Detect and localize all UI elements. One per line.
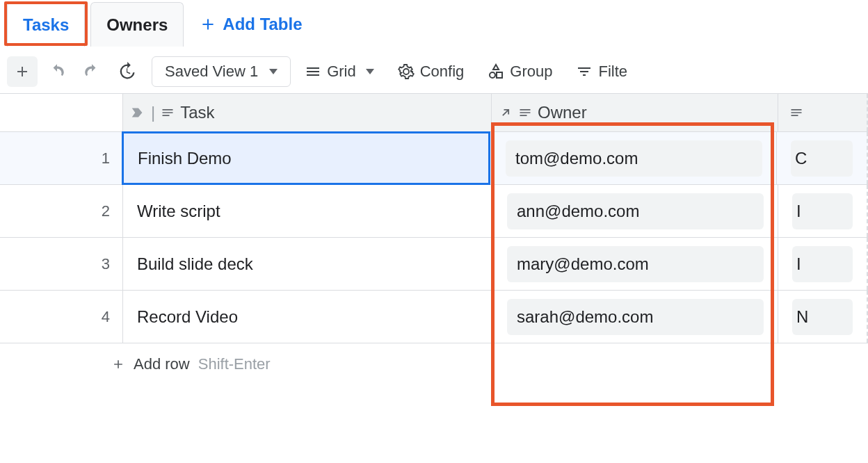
tab-label: Owners <box>106 15 168 35</box>
gear-icon <box>398 63 415 80</box>
grid-header: | Task Owner <box>0 93 868 132</box>
table-row: 2 Write script ann@demo.com I <box>0 185 868 238</box>
rownum-header <box>0 94 122 131</box>
add-button[interactable] <box>7 56 38 87</box>
plus-icon <box>111 357 125 371</box>
row-number: 3 <box>0 238 122 290</box>
column-label: Task <box>180 103 214 122</box>
add-table-button[interactable]: Add Table <box>199 15 302 34</box>
column-header-task[interactable]: | Task <box>122 94 491 131</box>
redo-icon <box>83 63 101 81</box>
config-button[interactable]: Config <box>388 56 474 87</box>
view-select[interactable]: Saved View 1 <box>152 56 291 87</box>
filter-icon <box>576 63 593 80</box>
cell-extra[interactable]: N <box>778 291 868 343</box>
column-label: Owner <box>538 103 587 122</box>
undo-icon <box>48 63 66 81</box>
shapes-icon <box>488 63 504 80</box>
row-number: 4 <box>0 291 122 343</box>
owner-chip[interactable]: ann@demo.com <box>507 193 764 229</box>
group-label: Group <box>510 63 552 81</box>
table-row: 1 Finish Demo tom@demo.com C <box>0 132 868 185</box>
view-type-button[interactable]: Grid <box>295 56 384 87</box>
chevron-down-icon <box>366 69 374 74</box>
grid: | Task Owner 1 Finish Demo tom@demo.com … <box>0 93 868 385</box>
cell-task[interactable]: Finish Demo <box>122 131 490 185</box>
filter-button[interactable]: Filte <box>566 56 637 87</box>
svg-point-0 <box>490 72 495 78</box>
filter-label: Filte <box>598 63 627 81</box>
cell-owner[interactable]: sarah@demo.com <box>491 291 778 343</box>
text-icon <box>161 106 175 120</box>
cell-owner[interactable]: ann@demo.com <box>491 185 778 237</box>
add-row-hint: Shift-Enter <box>198 355 271 373</box>
add-table-label: Add Table <box>223 15 302 34</box>
table-row: 4 Record Video sarah@demo.com N <box>0 291 868 343</box>
plus-icon <box>14 63 31 80</box>
tab-tasks[interactable]: Tasks <box>7 2 85 47</box>
config-label: Config <box>420 63 465 81</box>
add-row-label: Add row <box>134 355 190 373</box>
column-header-owner[interactable]: Owner <box>491 94 778 131</box>
redo-button[interactable] <box>77 56 107 87</box>
row-number: 1 <box>0 132 122 184</box>
menu-icon <box>305 63 321 80</box>
owner-chip[interactable]: tom@demo.com <box>506 140 762 177</box>
cell-extra[interactable]: C <box>776 132 868 184</box>
cell-task[interactable]: Write script <box>122 185 491 237</box>
tab-owners[interactable]: Owners <box>90 2 184 47</box>
owner-chip[interactable]: sarah@demo.com <box>507 299 764 335</box>
table-row: 3 Build slide deck mary@demo.com I <box>0 238 868 291</box>
cell-owner[interactable]: tom@demo.com <box>490 132 776 184</box>
text-icon <box>518 106 532 120</box>
text-icon <box>789 106 803 120</box>
cell-task[interactable]: Build slide deck <box>122 238 491 290</box>
history-icon <box>117 62 136 81</box>
view-select-label: Saved View 1 <box>165 63 258 81</box>
row-number: 2 <box>0 185 122 237</box>
view-type-label: Grid <box>327 63 356 81</box>
group-button[interactable]: Group <box>478 56 562 87</box>
tabs-bar: Tasks Owners Add Table <box>0 0 868 49</box>
cell-extra[interactable]: I <box>778 185 868 237</box>
tag-icon <box>130 105 145 120</box>
tab-label: Tasks <box>23 15 69 35</box>
toolbar: Saved View 1 Grid Config Group Filte <box>0 49 868 93</box>
column-header-extra[interactable] <box>778 94 868 131</box>
history-button[interactable] <box>111 56 142 87</box>
undo-button[interactable] <box>42 56 72 87</box>
cell-owner[interactable]: mary@demo.com <box>491 238 778 290</box>
add-row-button[interactable]: Add row Shift-Enter <box>0 343 868 385</box>
owner-chip[interactable]: mary@demo.com <box>507 246 764 282</box>
cell-extra[interactable]: I <box>778 238 868 290</box>
chevron-down-icon <box>269 69 278 74</box>
arrow-up-right-icon <box>499 106 513 120</box>
cell-task[interactable]: Record Video <box>122 291 491 343</box>
svg-rect-1 <box>497 72 502 78</box>
plus-icon <box>199 15 217 33</box>
